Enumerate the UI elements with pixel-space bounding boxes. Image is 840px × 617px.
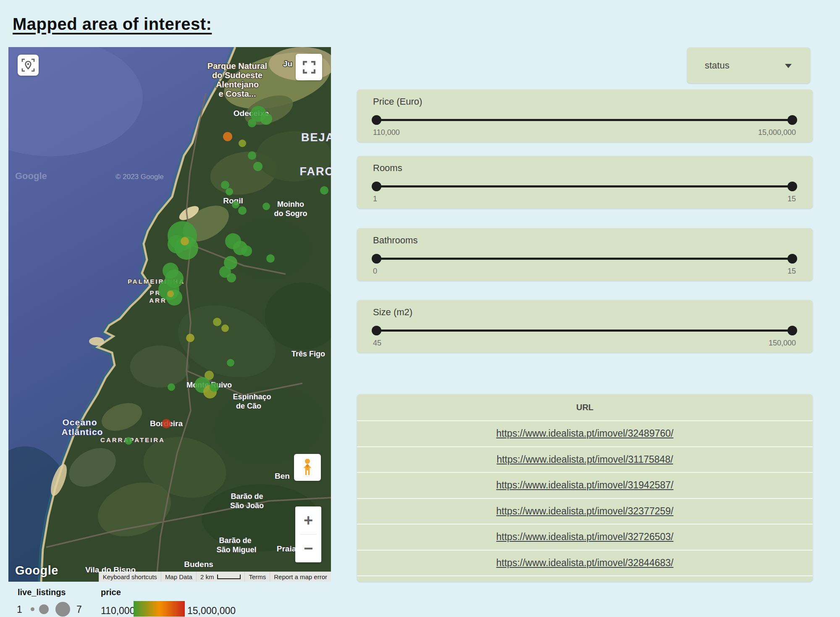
- listing-dot[interactable]: [266, 254, 275, 263]
- map-label: © 2023 Google: [116, 173, 164, 181]
- map-label: Atlântico: [62, 427, 103, 437]
- listing-dot[interactable]: [221, 181, 229, 189]
- table-row: https://www.idealista.pt/imovel/31942587…: [357, 472, 813, 498]
- google-logo[interactable]: Google: [15, 564, 58, 577]
- map-label: Barão de: [231, 492, 263, 501]
- color-legend-title: price: [101, 588, 121, 597]
- price-slider-max-handle[interactable]: [788, 115, 797, 125]
- bathrooms-slider-track[interactable]: [376, 258, 793, 260]
- map-label: do Sogro: [274, 209, 307, 218]
- listing-dot[interactable]: [210, 382, 219, 392]
- color-legend-min: 110,000: [101, 605, 135, 617]
- listing-link[interactable]: https://www.idealista.pt/imovel/31942587…: [496, 480, 674, 491]
- table-row: https://www.idealista.pt/imovel/31175848…: [357, 446, 813, 472]
- listing-dot[interactable]: [181, 237, 189, 245]
- map-label: Barão de: [219, 536, 251, 545]
- map-label: CARRAPATEIRA: [100, 436, 165, 443]
- size-legend-max: 7: [76, 604, 82, 615]
- listing-dot[interactable]: [239, 140, 246, 147]
- size-slider-label: Size (m2): [373, 307, 412, 318]
- listing-dot[interactable]: [125, 437, 132, 445]
- listing-dot[interactable]: [241, 245, 252, 256]
- rooms-slider-max-value: 15: [788, 195, 796, 203]
- map-fullscreen-button[interactable]: [296, 54, 322, 80]
- rooms-slider-min-value: 1: [373, 195, 377, 203]
- listing-dot[interactable]: [248, 119, 256, 127]
- status-dropdown[interactable]: status: [687, 47, 810, 83]
- listing-link[interactable]: https://www.idealista.pt/imovel/32844683…: [496, 557, 674, 569]
- listing-dot[interactable]: [262, 203, 270, 210]
- listing-dot[interactable]: [226, 188, 233, 195]
- map-label: Moinho: [277, 200, 304, 208]
- map-label: Parque Natural: [207, 61, 267, 71]
- size-legend-min: 1: [17, 604, 22, 615]
- map-label: São Miguel: [216, 546, 256, 554]
- map-label: São João: [230, 501, 264, 510]
- size-slider-max-handle[interactable]: [788, 326, 797, 335]
- pegman-button[interactable]: [294, 454, 321, 481]
- listing-link[interactable]: https://www.idealista.pt/imovel/32377259…: [496, 506, 674, 517]
- size-dot-large: [55, 602, 70, 617]
- status-dropdown-label: status: [705, 60, 730, 71]
- listing-dot[interactable]: [232, 201, 239, 208]
- listing-dot[interactable]: [253, 162, 262, 171]
- price-slider-panel: Price (Euro) 110,000 15,000,000: [357, 90, 813, 142]
- map-label: Ben: [275, 472, 290, 480]
- listing-link[interactable]: https://www.idealista.pt/imovel/31175848…: [496, 454, 673, 465]
- listing-link[interactable]: https://www.idealista.pt/imovel/32726503…: [496, 531, 674, 543]
- map-zoom-control: + −: [295, 506, 321, 562]
- price-slider-max-value: 15,000,000: [758, 128, 796, 137]
- scale-label: 2 km: [200, 573, 214, 580]
- listing-dot[interactable]: [223, 132, 232, 141]
- rooms-slider-panel: Rooms 1 15: [357, 156, 813, 208]
- map-label: do Sudoeste: [212, 71, 262, 80]
- listing-dot[interactable]: [227, 359, 234, 367]
- rooms-slider-track[interactable]: [376, 185, 793, 187]
- map-label: e Costa...: [219, 89, 256, 98]
- zoom-out-button[interactable]: −: [295, 535, 321, 562]
- bathrooms-slider-max-handle[interactable]: [788, 254, 797, 264]
- table-row: https://www.idealista.pt/imovel/32726503…: [357, 524, 813, 550]
- price-slider-track[interactable]: [376, 119, 793, 121]
- bathrooms-slider-min-handle[interactable]: [372, 254, 381, 264]
- map-data-link[interactable]: Map Data: [161, 572, 196, 582]
- report-map-error-link[interactable]: Report a map error: [270, 572, 331, 582]
- table-row: https://www.idealista.pt/imovel/32844683…: [357, 550, 813, 576]
- listing-dot[interactable]: [168, 383, 175, 391]
- table-row: https://www.idealista.pt/imovel/32377259…: [357, 498, 813, 524]
- listing-dot[interactable]: [248, 151, 256, 160]
- table-row: https://www.idealista.pt/imovel/32489760…: [357, 420, 813, 446]
- size-legend-title: live_listings: [18, 588, 66, 597]
- price-slider-min-handle[interactable]: [372, 115, 381, 125]
- price-slider-label: Price (Euro): [373, 96, 422, 107]
- page-title: Mapped area of interest:: [13, 15, 212, 34]
- scale-bar: [217, 575, 241, 579]
- map-label: Três Figo: [291, 350, 325, 358]
- keyboard-shortcuts-link[interactable]: Keyboard shortcuts: [99, 572, 161, 582]
- listing-dot[interactable]: [227, 273, 236, 282]
- url-table: URL https://www.idealista.pt/imovel/3248…: [357, 394, 813, 582]
- size-slider-panel: Size (m2) 45 150,000: [357, 300, 813, 353]
- listing-dot[interactable]: [221, 324, 229, 332]
- listing-dot[interactable]: [213, 318, 221, 326]
- size-slider-min-handle[interactable]: [372, 326, 381, 335]
- terms-link[interactable]: Terms: [244, 572, 270, 582]
- map-draw-region-button[interactable]: [18, 55, 39, 76]
- listing-dot[interactable]: [167, 290, 174, 297]
- listing-dot[interactable]: [238, 206, 247, 215]
- listing-dot[interactable]: [186, 334, 194, 342]
- size-dot-small: [31, 607, 34, 611]
- listing-link[interactable]: https://www.idealista.pt/imovel/32489760…: [496, 428, 674, 439]
- rooms-slider-max-handle[interactable]: [788, 182, 797, 191]
- listing-dot[interactable]: [320, 186, 328, 195]
- zoom-in-button[interactable]: +: [295, 506, 321, 534]
- listing-dot[interactable]: [162, 419, 171, 428]
- map[interactable]: Parque Naturaldo SudoesteAlentejanoe Cos…: [8, 47, 331, 582]
- map-canvas[interactable]: Parque Naturaldo SudoesteAlentejanoe Cos…: [8, 47, 331, 582]
- rooms-slider-min-handle[interactable]: [372, 182, 381, 191]
- url-table-header: URL: [357, 394, 813, 420]
- bathrooms-slider-panel: Bathrooms 0 15: [357, 228, 813, 281]
- size-slider-track[interactable]: [376, 330, 793, 332]
- listing-dot[interactable]: [260, 113, 272, 125]
- map-label: Oceano: [62, 417, 97, 427]
